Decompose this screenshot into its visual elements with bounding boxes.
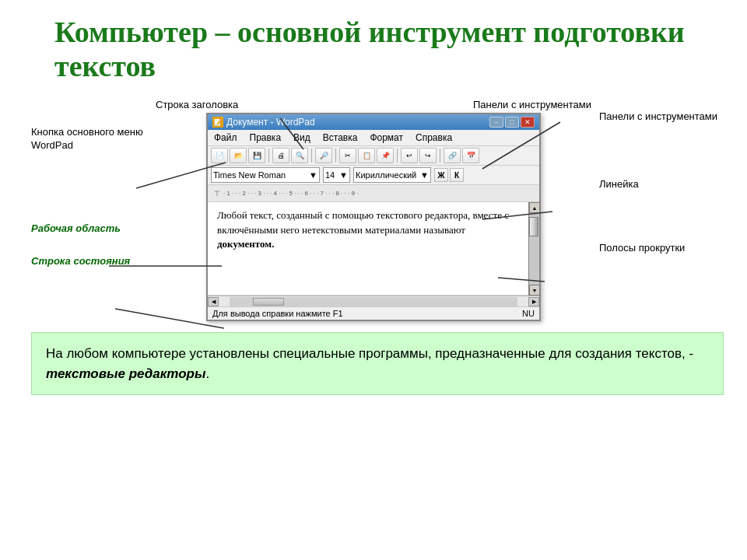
menu-edit[interactable]: Правка xyxy=(247,131,285,144)
italic-button[interactable]: К xyxy=(450,168,464,182)
close-button[interactable]: ✕ xyxy=(521,117,535,128)
undo-btn[interactable]: ↩ xyxy=(401,148,418,163)
font-dropdown-icon: ▼ xyxy=(309,170,317,180)
sep4 xyxy=(397,149,398,163)
vertical-scrollbar[interactable]: ▲ ▼ xyxy=(528,202,539,296)
info-text-before: На любом компьютере установлены специаль… xyxy=(46,346,693,361)
wordpad-icon: 📝 xyxy=(212,117,223,128)
minimize-button[interactable]: − xyxy=(489,117,503,128)
scroll-track xyxy=(529,213,539,285)
sep1 xyxy=(268,149,269,163)
find-btn[interactable]: 🔎 xyxy=(315,148,332,163)
format-buttons: Ж К xyxy=(434,168,464,182)
format-bar: Times New Roman ▼ 14 ▼ Кириллический ▼ Ж… xyxy=(208,166,539,185)
h-scroll-left-btn[interactable]: ◀ xyxy=(208,297,219,306)
menu-file[interactable]: Файл xyxy=(211,131,240,144)
label-work-area: Рабочая область xyxy=(31,222,148,236)
menu-bar: Файл Правка Вид Вставка Формат Справка xyxy=(208,130,539,146)
charset-dropdown-icon: ▼ xyxy=(420,170,429,180)
label-title-bar: Строка заголовка xyxy=(156,99,238,110)
window-titlebar: 📝 Документ - WordPad − □ ✕ xyxy=(208,114,539,130)
scroll-thumb[interactable] xyxy=(529,217,538,236)
sep5 xyxy=(440,149,440,163)
size-dropdown-icon: ▼ xyxy=(339,170,348,180)
doc-area-wrapper: Любой текст, созданный с помощью текстов… xyxy=(208,202,539,296)
menu-help[interactable]: Справка xyxy=(412,131,455,144)
doc-content: Любой текст, созданный с помощью текстов… xyxy=(208,202,528,296)
font-name: Times New Roman xyxy=(213,170,286,180)
toolbar: 📄 📂 💾 🖨 🔍 🔎 ✂ 📋 📌 ↩ ↪ 🔗 xyxy=(208,146,539,166)
window-title: Документ - WordPad xyxy=(226,117,315,128)
menu-view[interactable]: Вид xyxy=(290,131,314,144)
charset-select[interactable]: Кириллический ▼ xyxy=(353,167,431,183)
date-btn[interactable]: 📅 xyxy=(462,148,479,163)
info-text-bold-italic: текстовые редакторы xyxy=(46,366,205,381)
wordpad-window: 📝 Документ - WordPad − □ ✕ Файл Правка В… xyxy=(206,113,541,321)
label-toolbar: Панели с инструментами xyxy=(473,99,591,110)
status-text: Для вывода справки нажмите F1 xyxy=(212,309,343,318)
doc-text: Любой текст, созданный с помощью текстов… xyxy=(217,208,519,251)
h-scroll-right-btn[interactable]: ▶ xyxy=(528,297,539,306)
size-select[interactable]: 14 ▼ xyxy=(323,167,350,183)
page-container: Компьютер – основной инструмент подготов… xyxy=(0,0,747,560)
menu-format[interactable]: Формат xyxy=(366,131,406,144)
bold-button[interactable]: Ж xyxy=(434,168,448,182)
charset-name: Кириллический xyxy=(356,170,416,180)
h-scroll-track xyxy=(230,297,517,306)
open-btn[interactable]: 📂 xyxy=(230,148,247,163)
info-text-after: . xyxy=(205,366,209,381)
sep3 xyxy=(335,149,336,163)
redo-btn[interactable]: ↪ xyxy=(419,148,437,163)
new-btn[interactable]: 📄 xyxy=(211,148,228,163)
page-title: Компьютер – основной инструмент подготов… xyxy=(54,16,724,83)
sep2 xyxy=(311,149,312,163)
left-labels: Кнопка основного меню WordPad Рабочая об… xyxy=(31,99,148,321)
top-labels: Строка заголовка Панели с инструментами xyxy=(148,99,599,110)
label-status-bar: Строка состояния xyxy=(31,255,148,268)
h-scroll-thumb[interactable] xyxy=(253,298,284,306)
status-right: NU xyxy=(522,309,535,318)
doc-text-bold: документом. xyxy=(217,238,274,250)
paste-btn[interactable]: 📌 xyxy=(377,148,394,163)
titlebar-controls[interactable]: − □ ✕ xyxy=(489,117,535,128)
font-select[interactable]: Times New Roman ▼ xyxy=(211,167,320,183)
menu-insert[interactable]: Вставка xyxy=(320,131,361,144)
center-col: Строка заголовка Панели с инструментами … xyxy=(148,99,599,321)
maximize-button[interactable]: □ xyxy=(505,117,519,128)
titlebar-left: 📝 Документ - WordPad xyxy=(212,117,315,128)
horizontal-scrollbar[interactable]: ◀ ▶ xyxy=(208,296,539,306)
font-size: 14 xyxy=(325,170,335,180)
document-area[interactable]: Любой текст, созданный с помощью текстов… xyxy=(208,202,528,296)
ruler: ⊤ · 1 · · · 2 · · · 3 · · · 4 · · · 5 · … xyxy=(208,185,539,202)
doc-text-normal: Любой текст, созданный с помощью текстов… xyxy=(217,209,509,235)
label-menu-btn: Кнопка основного меню WordPad xyxy=(31,126,148,152)
label-toolbar-right: Панели с инструментами xyxy=(599,110,724,124)
link-btn[interactable]: 🔗 xyxy=(444,148,461,163)
cut-btn[interactable]: ✂ xyxy=(339,148,356,163)
diagram-section: Кнопка основного меню WordPad Рабочая об… xyxy=(31,99,724,321)
print-btn[interactable]: 🖨 xyxy=(272,148,289,163)
copy-btn[interactable]: 📋 xyxy=(358,148,375,163)
status-bar: Для вывода справки нажмите F1 NU xyxy=(208,306,539,320)
right-labels: Панели с инструментами Линейка Полосы пр… xyxy=(599,99,724,321)
scroll-up-btn[interactable]: ▲ xyxy=(529,202,540,213)
label-scrollbars: Полосы прокрутки xyxy=(599,242,724,255)
save-btn[interactable]: 💾 xyxy=(248,148,265,163)
scroll-down-btn[interactable]: ▼ xyxy=(529,285,540,296)
preview-btn[interactable]: 🔍 xyxy=(291,148,308,163)
label-ruler: Линейка xyxy=(599,178,724,191)
info-box: На любом компьютере установлены специаль… xyxy=(31,332,724,395)
